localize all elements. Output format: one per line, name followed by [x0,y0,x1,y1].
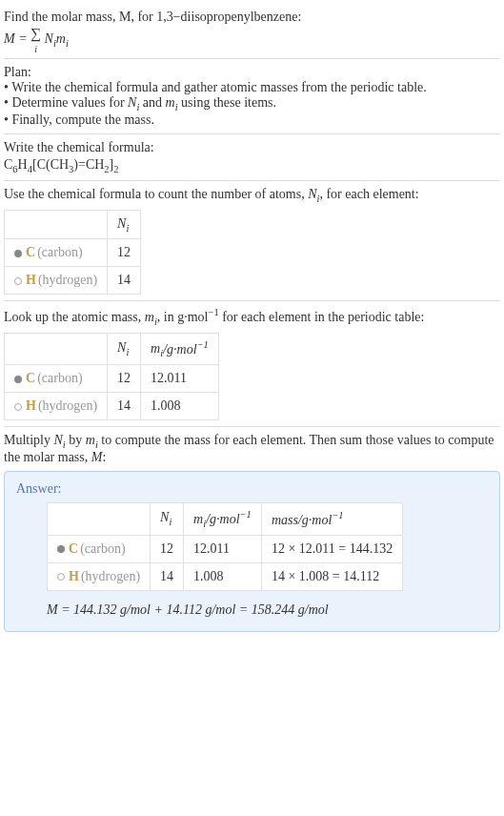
lookup-section: Look up the atomic mass, mi, in g·mol−1 … [4,301,500,427]
carbon-name2: (carbon) [37,371,82,385]
mi-h-mid: /g·mol [163,341,196,356]
f-C: C [4,157,12,172]
carbon-symbol: C [26,245,35,259]
plan2-prefix: • Determine values for [4,95,128,110]
carbon-mass: 12 × 12.011 = 144.132 [261,535,402,562]
f-2b: 2 [113,164,118,174]
table-row: C(carbon) 12 12.011 [5,365,219,393]
find-text: Find the molar mass, M, for 1,3−diisopro… [4,10,301,24]
lookup-suffix: for each element in the periodic table: [219,310,425,324]
mi-header: mi/g·mol−1 [184,503,262,535]
write-formula-label: Write the chemical formula: [4,140,500,155]
count-suffix: , for each element: [319,187,418,201]
mass-header: mass/g·mol−1 [261,503,402,535]
count-section: Use the chemical formula to count the nu… [4,181,500,302]
equation-1: M = ∑ i Nimi [4,27,500,52]
element-cell-hydrogen: H(hydrogen) [5,267,108,295]
hydrogen-symbol: H [26,273,36,287]
carbon-symbol2: C [26,371,35,385]
blank-header [48,503,151,535]
m-sym: m [56,31,66,46]
carbon-mi: 12.011 [141,365,219,393]
carbon-Ni: 12 [108,239,141,267]
hydrogen-mi: 1.008 [141,393,219,420]
table-header-row: Ni mi/g·mol−1 [5,333,219,364]
Ni-header: Ni [108,333,141,364]
element-cell-hydrogen: H(hydrogen) [48,562,151,590]
mi-header: mi/g·mol−1 [141,333,219,364]
table-row: H(hydrogen) 14 [5,267,141,295]
chemical-formula: C6H4[C(CH3)=CH2]2 [4,157,500,174]
f-H: H [18,157,28,172]
plan-item-1: • Write the chemical formula and gather … [4,80,500,95]
mi-h-pre3: m [193,512,203,526]
Ni-term: Nimi [45,31,69,46]
carbon-dot-icon [14,250,22,257]
carbon-name: (carbon) [37,245,82,259]
table-row: H(hydrogen) 14 1.008 [5,393,219,420]
N-sym: N [45,31,53,46]
answer-box: Answer: Ni mi/g·mol−1 mass/g·mol−1 C(car… [4,471,500,631]
hydrogen-symbol2: H [26,398,36,413]
hydrogen-symbol3: H [69,569,79,583]
lookup-mid: , in g·mol [157,310,209,324]
mult-prefix: Multiply [4,433,54,447]
blank-header [5,333,108,364]
hydrogen-mi3: 1.008 [184,562,262,590]
formula-section: Write the chemical formula: C6H4[C(CH3)=… [4,134,500,181]
plan-section: Plan: • Write the chemical formula and g… [4,59,500,134]
mult-suffix: : [102,450,106,464]
element-cell-carbon: C(carbon) [5,239,108,267]
carbon-dot-icon [14,376,22,383]
hydrogen-dot-icon [14,277,22,285]
answer-label: Answer: [16,481,488,497]
find-line: Find the molar mass, M, for 1,3−diisopro… [4,10,500,25]
hydrogen-Ni2: 14 [108,393,141,420]
carbon-dot-icon [57,545,65,553]
final-equation: M = 144.132 g/mol + 14.112 g/mol = 158.2… [47,602,488,618]
hydrogen-name3: (hydrogen) [81,569,140,583]
plan-title: Plan: [4,65,500,80]
hydrogen-mass: 14 × 1.008 = 14.112 [261,562,402,590]
plan2-suffix: using these items. [178,95,276,110]
carbon-Ni2: 12 [108,365,141,393]
multiply-line: Multiply Ni by mi to compute the mass fo… [4,433,500,465]
element-cell-carbon: C(carbon) [48,535,151,562]
hydrogen-name2: (hydrogen) [38,398,97,413]
table-header-row: Ni [5,210,141,239]
lookup-exp: −1 [208,307,218,317]
lookup-prefix: Look up the atomic mass, [4,310,145,324]
eq-lhs: M = [4,31,30,46]
carbon-symbol3: C [69,541,78,556]
count-prefix: Use the chemical formula to count the nu… [4,187,308,201]
mass-h-exp: −1 [332,510,343,520]
lookup-line: Look up the atomic mass, mi, in g·mol−1 … [4,307,500,326]
table-row: C(carbon) 12 12.011 12 × 12.011 = 144.13… [48,535,403,562]
answer-table: Ni mi/g·mol−1 mass/g·mol−1 C(carbon) 12 … [47,502,403,590]
sigma-index: i [34,44,37,54]
atomic-mass-table: Ni mi/g·mol−1 C(carbon) 12 12.011 H(hydr… [4,333,219,420]
table-row: C(carbon) 12 [5,239,141,267]
element-cell-hydrogen: H(hydrogen) [5,393,108,420]
plan-item-2: • Determine values for Ni and mi using t… [4,95,500,112]
hydrogen-dot-icon [57,573,65,581]
hydrogen-Ni3: 14 [151,562,184,590]
mi-h-exp3: −1 [240,509,252,520]
Ni-header: Ni [151,503,184,535]
mult-mid: by [66,433,86,447]
f-b1: [C(CH [32,157,69,172]
carbon-name3: (carbon) [80,541,125,556]
hydrogen-name: (hydrogen) [38,273,97,287]
count-line: Use the chemical formula to count the nu… [4,187,500,204]
mi-h-exp: −1 [197,339,209,350]
element-cell-carbon: C(carbon) [5,365,108,393]
sigma-symbol: ∑ [30,25,41,41]
table-row: H(hydrogen) 14 1.008 14 × 1.008 = 14.112 [48,562,403,590]
hydrogen-dot-icon [14,403,22,411]
carbon-Ni3: 12 [151,535,184,562]
plan-item-3: • Finally, compute the mass. [4,112,500,128]
table-header-row: Ni mi/g·mol−1 mass/g·mol−1 [48,503,403,535]
plan2-mid: and [139,95,165,110]
mi-h-mid3: /g·mol [206,512,239,526]
find-section: Find the molar mass, M, for 1,3−diisopro… [4,4,500,59]
